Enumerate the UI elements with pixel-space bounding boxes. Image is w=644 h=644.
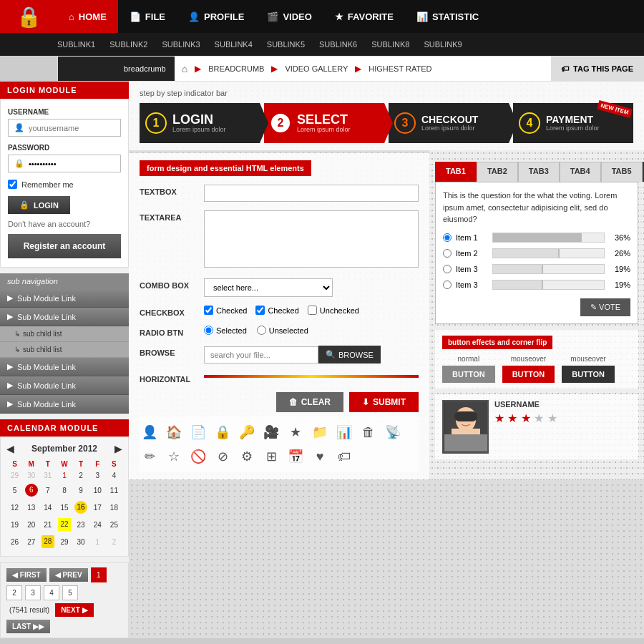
checkbox-2[interactable]: Checked (255, 306, 298, 315)
icon-heart[interactable]: ♥ (310, 447, 330, 467)
cal-next-button[interactable]: ▶ (114, 443, 122, 454)
checkbox-1[interactable]: Checked (204, 306, 247, 315)
icon-grid[interactable]: ⊞ (261, 447, 281, 467)
cal-day[interactable]: 5 (6, 482, 23, 499)
cal-prev-button[interactable]: ◀ (6, 443, 14, 454)
icon-key[interactable]: 🔑 (237, 422, 257, 442)
nav-favorite[interactable]: ★ FAVORITE (323, 0, 405, 33)
icon-home[interactable]: 🏠 (164, 422, 184, 442)
nav-statistic[interactable]: 📊 STATISTIC (405, 0, 490, 33)
radio-input-1[interactable] (204, 326, 213, 335)
textarea-input[interactable] (204, 210, 419, 268)
nav-profile[interactable]: 👤 PROFILE (177, 0, 255, 33)
sublink-4[interactable]: SUBLINK4 (215, 40, 253, 49)
breadcrumb-home-icon[interactable]: ⌂ (175, 63, 195, 74)
remember-checkbox[interactable] (8, 180, 17, 189)
cal-day[interactable]: 2 (73, 469, 89, 482)
cal-day[interactable]: 1 (56, 469, 72, 482)
sublink-2[interactable]: SUBLINK2 (109, 40, 147, 49)
nav-file[interactable]: 📄 FILE (118, 0, 177, 33)
sublink-5[interactable]: SUBLINK5 (267, 40, 305, 49)
cal-day[interactable]: 17 (89, 499, 106, 516)
hover2-button[interactable]: BUTTON (562, 366, 615, 383)
sublink-8[interactable]: SUBLINK8 (371, 40, 409, 49)
nav-video[interactable]: 🎬 VIDEO (255, 0, 323, 33)
cal-day[interactable]: 1 (89, 533, 106, 550)
cal-day[interactable]: 19 (6, 516, 23, 533)
cal-day[interactable]: 30 (73, 533, 89, 550)
checkbox-input-1[interactable] (204, 306, 213, 315)
cal-day[interactable]: 10 (89, 482, 106, 499)
tab-1[interactable]: TAB1 (435, 162, 477, 182)
cal-day[interactable]: 27 (23, 533, 39, 550)
login-button[interactable]: 🔒 LOGIN (8, 196, 70, 214)
cal-day[interactable]: 22 (56, 516, 72, 533)
icon-doc[interactable]: 📄 (188, 422, 208, 442)
checkbox-3[interactable]: Unchecked (308, 306, 359, 315)
first-page-button[interactable]: ◀ FIRST (6, 568, 47, 582)
page-2[interactable]: 2 (6, 585, 22, 600)
icon-pencil[interactable]: ✏ (140, 447, 160, 467)
sub-nav-child-1[interactable]: ↳ sub child list (0, 326, 129, 342)
cal-day[interactable]: 3 (89, 469, 106, 482)
sublink-3[interactable]: SUBLINK3 (162, 40, 200, 49)
sublink-6[interactable]: SUBLINK6 (319, 40, 357, 49)
tab-3[interactable]: TAB3 (518, 162, 560, 182)
hover1-button[interactable]: BUTTON (502, 366, 555, 383)
cal-day[interactable]: 8 (56, 482, 72, 499)
icon-circle-slash[interactable]: ⊘ (213, 447, 233, 467)
radio-input-2[interactable] (257, 326, 266, 335)
cal-day[interactable]: 20 (23, 516, 39, 533)
icon-ban[interactable]: 🚫 (188, 447, 208, 467)
icon-user[interactable]: 👤 (140, 422, 160, 442)
radio-1[interactable]: Selected (204, 326, 247, 335)
breadcrumb-item-3[interactable]: HIGHEST RATED (361, 64, 439, 73)
register-button[interactable]: Register an account (8, 234, 121, 258)
browse-input[interactable] (204, 346, 318, 364)
cal-day[interactable]: 9 (73, 482, 89, 499)
page-5[interactable]: 5 (62, 585, 78, 600)
sub-nav-item-4[interactable]: ▶ Sub Module Link (0, 376, 129, 395)
icon-gear[interactable]: ⚙ (237, 447, 257, 467)
page-1[interactable]: 1 (91, 567, 107, 582)
browse-button[interactable]: 🔍 BROWSE (318, 346, 381, 364)
last-page-button[interactable]: LAST ▶▶ (6, 620, 50, 633)
sub-nav-item-3[interactable]: ▶ Sub Module Link (0, 358, 129, 376)
radio-2[interactable]: Unselected (257, 326, 308, 335)
sublink-1[interactable]: SUBLINK1 (57, 40, 95, 49)
password-input[interactable] (29, 160, 114, 168)
page-4[interactable]: 4 (44, 585, 59, 600)
poll-radio-4[interactable] (443, 280, 452, 289)
icon-star-outline[interactable]: ☆ (164, 447, 184, 467)
cal-day[interactable]: 12 (6, 499, 23, 516)
cal-day[interactable]: 16 (73, 499, 89, 516)
cal-day[interactable]: 25 (106, 516, 122, 533)
nav-home[interactable]: ⌂ HOME (57, 0, 118, 33)
cal-day[interactable]: 6 (23, 482, 39, 499)
cal-day[interactable]: 15 (56, 499, 72, 516)
tab-2[interactable]: TAB2 (477, 162, 518, 182)
icon-lock[interactable]: 🔒 (213, 422, 233, 442)
cal-day[interactable]: 31 (39, 469, 56, 482)
combobox-select[interactable]: select here... Option 1 Option 2 (204, 278, 333, 297)
prev-page-button[interactable]: ◀ PREV (49, 568, 88, 582)
page-3[interactable]: 3 (25, 585, 41, 600)
sub-nav-item-2[interactable]: ▶ Sub Module Link (0, 308, 129, 326)
checkbox-input-2[interactable] (255, 306, 265, 315)
cal-day[interactable]: 29 (56, 533, 72, 550)
vote-button[interactable]: ✎ VOTE (580, 298, 630, 316)
icon-trash[interactable]: 🗑 (358, 422, 379, 442)
cal-day[interactable]: 14 (39, 499, 56, 516)
tab-5[interactable]: TAB5 (601, 162, 643, 182)
cal-day[interactable]: 26 (6, 533, 23, 550)
cal-day[interactable]: 13 (23, 499, 39, 516)
icon-tag[interactable]: 🏷 (334, 447, 354, 467)
icon-rss[interactable]: 📡 (383, 422, 403, 442)
cal-day[interactable]: 28 (39, 533, 56, 550)
sub-nav-child-2[interactable]: ↳ sub child list (0, 342, 129, 358)
icon-star[interactable]: ★ (286, 422, 306, 442)
tab-4[interactable]: TAB4 (560, 162, 601, 182)
cal-day[interactable]: 29 (6, 469, 23, 482)
sub-nav-item-1[interactable]: ▶ Sub Module Link (0, 289, 129, 308)
poll-radio-2[interactable] (443, 249, 452, 258)
